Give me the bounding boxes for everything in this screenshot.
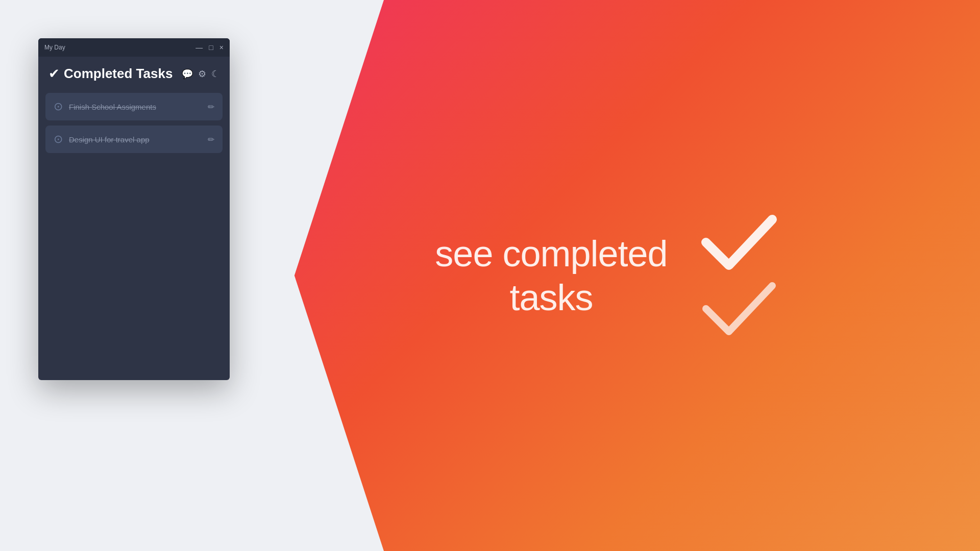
hero-text: see completed tasks [435, 232, 667, 320]
task-edit-button[interactable]: ✏ [208, 102, 214, 112]
chat-icon[interactable]: 💬 [182, 68, 193, 80]
task-text: Finish School Assigments [69, 103, 202, 111]
header-checkmark-icon: ✔ [48, 66, 60, 82]
window-controls: — □ × [195, 44, 224, 51]
app-title: Completed Tasks [64, 66, 178, 82]
minimize-button[interactable]: — [195, 44, 203, 51]
task-list: ⊙ Finish School Assigments ✏ ⊙ Design UI… [38, 89, 230, 380]
maximize-button[interactable]: □ [209, 44, 213, 51]
app-window: My Day — □ × ✔ Completed Tasks 💬 ⚙ ☾ ⊙ F… [38, 38, 230, 380]
task-item: ⊙ Finish School Assigments ✏ [45, 93, 223, 120]
close-button[interactable]: × [219, 44, 224, 51]
task-item: ⊙ Design UI for travel app ✏ [45, 126, 223, 153]
header-icon-group: 💬 ⚙ ☾ [182, 68, 219, 80]
hero-line1: see completed [435, 233, 667, 274]
task-edit-button[interactable]: ✏ [208, 135, 214, 144]
hero-section: see completed tasks [235, 0, 980, 551]
hero-line2: tasks [509, 277, 593, 318]
moon-icon[interactable]: ☾ [211, 68, 219, 80]
app-header: ✔ Completed Tasks 💬 ⚙ ☾ [38, 57, 230, 89]
hero-checkmark-icon [698, 202, 780, 349]
window-title: My Day [44, 44, 65, 51]
task-complete-icon: ⊙ [54, 100, 63, 113]
task-complete-icon: ⊙ [54, 133, 63, 146]
settings-icon[interactable]: ⚙ [198, 68, 206, 80]
title-bar: My Day — □ × [38, 38, 230, 57]
task-text: Design UI for travel app [69, 135, 202, 144]
